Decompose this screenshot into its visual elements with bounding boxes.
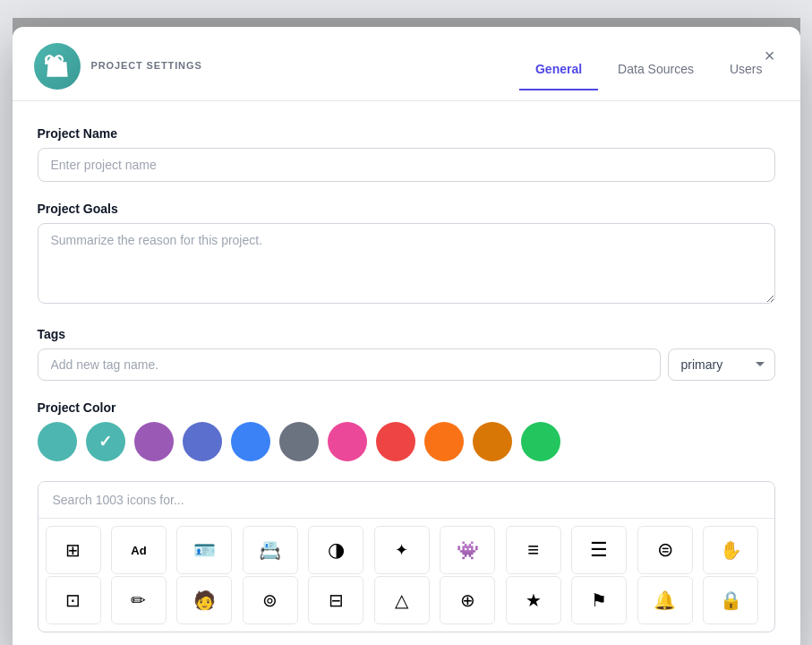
bell-icon[interactable]: 🔔 — [637, 576, 693, 624]
tag-name-input[interactable] — [38, 348, 661, 381]
modal-header: PROJECT SETTINGS General Data Sources Us… — [13, 27, 800, 101]
grid-icon[interactable]: ⊞ — [46, 526, 101, 574]
color-indigo[interactable] — [183, 422, 222, 461]
tags-row: primary secondary success danger warning — [38, 348, 775, 381]
settings-label: PROJECT SETTINGS — [91, 60, 202, 71]
color-orange[interactable] — [424, 422, 464, 461]
lock-icon[interactable]: 🔒 — [703, 576, 758, 624]
grid2-icon[interactable]: ⊡ — [46, 576, 101, 624]
tag-type-select[interactable]: primary secondary success danger warning — [668, 348, 775, 381]
plus-circle-icon[interactable]: ⊕ — [440, 576, 495, 624]
half-circle-icon[interactable]: ◑ — [308, 526, 363, 574]
color-gray[interactable] — [279, 422, 319, 461]
list-icon[interactable]: ☰ — [571, 526, 627, 574]
ad-icon[interactable]: Ad — [111, 526, 167, 574]
close-button[interactable]: × — [757, 43, 782, 68]
color-teal[interactable] — [38, 422, 77, 461]
user-card-icon[interactable]: 🪪 — [176, 526, 232, 574]
project-name-input[interactable] — [38, 148, 775, 182]
tags-label: Tags — [38, 327, 775, 341]
project-goals-label: Project Goals — [38, 202, 775, 216]
modal-body: Project Name Project Goals Tags primary … — [13, 101, 800, 645]
header-left: PROJECT SETTINGS — [34, 43, 202, 100]
minus-icon[interactable]: ⊟ — [308, 576, 363, 624]
icon-search-input[interactable] — [38, 482, 774, 519]
project-name-label: Project Name — [38, 126, 775, 141]
align-icon[interactable]: ⊜ — [637, 526, 693, 574]
project-settings-modal: PROJECT SETTINGS General Data Sources Us… — [13, 27, 800, 645]
triangle-icon[interactable]: △ — [374, 576, 430, 624]
flag-icon[interactable]: ⚑ — [571, 576, 627, 624]
project-icon — [34, 43, 81, 90]
tab-general[interactable]: General — [519, 53, 598, 90]
icon-grid: ⊞ Ad 🪪 📇 ◑ ✦ 👾 ≡ ☰ ⊜ ✋ ⊡ ✏ � — [38, 519, 774, 632]
hand-icon[interactable]: ✋ — [703, 526, 758, 574]
color-purple[interactable] — [134, 422, 174, 461]
circle2-icon[interactable]: ⊚ — [243, 576, 298, 624]
tabs-container: General Data Sources Users — [519, 53, 779, 90]
target-icon[interactable]: ✦ — [374, 526, 430, 574]
contacts-icon[interactable]: 📇 — [243, 526, 298, 574]
color-teal-selected[interactable] — [86, 422, 125, 461]
tab-data-sources[interactable]: Data Sources — [602, 53, 710, 90]
modal-overlay: PROJECT SETTINGS General Data Sources Us… — [13, 18, 800, 645]
tags-group: Tags primary secondary success danger wa… — [38, 327, 775, 381]
pencil-icon[interactable]: ✏ — [111, 576, 167, 624]
color-green[interactable] — [521, 422, 560, 461]
project-goals-group: Project Goals — [38, 202, 775, 307]
person-icon[interactable]: 🧑 — [176, 576, 232, 624]
star-icon[interactable]: ★ — [506, 576, 561, 624]
color-blue[interactable] — [231, 422, 270, 461]
icon-search-container: ⊞ Ad 🪪 📇 ◑ ✦ 👾 ≡ ☰ ⊜ ✋ ⊡ ✏ � — [38, 481, 775, 632]
icon-search-group: ⊞ Ad 🪪 📇 ◑ ✦ 👾 ≡ ☰ ⊜ ✋ ⊡ ✏ � — [38, 481, 775, 632]
color-red[interactable] — [376, 422, 415, 461]
color-pink[interactable] — [328, 422, 367, 461]
menu-icon[interactable]: ≡ — [506, 526, 561, 574]
project-color-group: Project Color — [38, 400, 775, 461]
alien-icon[interactable]: 👾 — [440, 526, 495, 574]
project-color-label: Project Color — [38, 400, 775, 415]
color-yellow[interactable] — [473, 422, 512, 461]
bucket-icon — [45, 54, 70, 79]
color-row — [38, 422, 775, 461]
project-goals-textarea[interactable] — [38, 223, 775, 304]
project-name-group: Project Name — [38, 126, 775, 182]
